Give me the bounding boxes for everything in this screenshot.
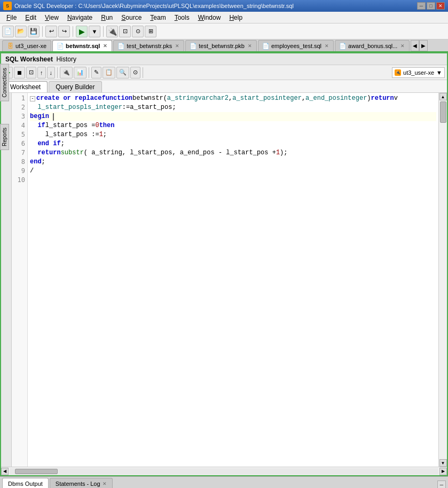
menu-team[interactable]: Team <box>146 13 170 22</box>
window-controls[interactable]: ─ □ ✕ <box>417 2 445 10</box>
menu-bar: File Edit View Navigate Run Source Team … <box>0 12 448 23</box>
menu-view[interactable]: View <box>41 13 63 22</box>
undo-button[interactable]: ↩ <box>45 26 57 37</box>
ws-sep-1 <box>57 67 58 78</box>
scroll-down-button[interactable]: ▼ <box>439 459 447 467</box>
main-toolbar: 📄 📂 💾 ↩ ↪ ▶ ▼ 🔌 ⊡ ⊙ ⊞ <box>0 23 448 40</box>
line-num-3: 3 <box>12 112 27 121</box>
window-title: Oracle SQL Developer : C:\Users\Jacek\Ru… <box>14 3 417 9</box>
line-num-8: 8 <box>12 158 27 167</box>
connection-label: ut3_user-xe <box>403 69 434 76</box>
h-scroll-track[interactable] <box>10 468 438 475</box>
h-scroll-right[interactable]: ▶ <box>439 468 447 475</box>
tab-test-pkb-label: test_betwnstr.pkb <box>199 43 245 49</box>
tab-test-pks[interactable]: 📄 test_betwnstr.pks ✕ <box>113 40 184 51</box>
scroll-thumb[interactable] <box>440 101 446 123</box>
tab-employees-close[interactable]: ✕ <box>325 43 329 49</box>
sub-tab-querybuilder[interactable]: Query Builder <box>49 81 101 92</box>
menu-run[interactable]: Run <box>97 13 117 22</box>
tab-betwnstr-close[interactable]: ✕ <box>103 43 107 49</box>
bottom-tab-dbms[interactable]: Dbms Output <box>2 478 49 488</box>
code-line-5: l_start_pos := 1; <box>30 130 436 139</box>
maximize-button[interactable]: □ <box>427 2 435 10</box>
ws-connection-area: 🔌 ut3_user-xe ▼ <box>392 67 445 78</box>
sub-tab-worksheet[interactable]: Worksheet <box>3 81 48 92</box>
toolbar-sep-3 <box>103 26 104 37</box>
db-connect-button[interactable]: 🔌 <box>106 26 118 37</box>
fold-icon-1[interactable]: - <box>30 96 35 101</box>
tab-test-pks-close[interactable]: ✕ <box>175 43 179 49</box>
menu-window[interactable]: Window <box>194 13 225 22</box>
ws-autotrace-button[interactable]: ⊙ <box>130 67 140 78</box>
connection-selector[interactable]: 🔌 ut3_user-xe ▼ <box>392 67 445 78</box>
sql-icon4: 📄 <box>263 43 269 49</box>
tab-scroll-left[interactable]: ◀ <box>411 40 419 51</box>
run-dropdown-button[interactable]: ▼ <box>89 26 100 37</box>
ws-history-button[interactable]: 📋 <box>103 67 115 78</box>
line-num-7: 7 <box>12 148 27 158</box>
menu-tools[interactable]: Tools <box>170 13 194 22</box>
sql-icon3: 📄 <box>190 43 197 49</box>
ws-sep-3 <box>143 67 143 78</box>
tab-betwnstr[interactable]: 📄 betwnstr.sql ✕ <box>52 40 112 51</box>
ws-format-button[interactable]: ✎ <box>91 67 101 78</box>
dbms-tab-label: Dbms Output <box>8 481 43 487</box>
tab-ut3-user[interactable]: 🗄 ut3_user-xe <box>2 40 51 51</box>
bottom-tab-statements[interactable]: Statements - Log ✕ <box>50 478 113 488</box>
worksheet-header: SQL Worksheet History <box>1 53 447 65</box>
minimize-button[interactable]: ─ <box>417 2 426 10</box>
h-scroll-left[interactable]: ◀ <box>1 468 9 475</box>
redo-button[interactable]: ↪ <box>58 26 70 37</box>
tab-test-pkb-close[interactable]: ✕ <box>248 43 252 49</box>
menu-source[interactable]: Source <box>117 13 146 22</box>
run-button[interactable]: ▶ <box>76 26 88 37</box>
db-button4[interactable]: ⊞ <box>145 26 156 37</box>
menu-navigate[interactable]: Navigate <box>63 13 97 22</box>
code-line-10 <box>30 176 436 185</box>
tab-scroll-right[interactable]: ▶ <box>419 40 428 51</box>
menu-file[interactable]: File <box>2 13 21 22</box>
line-numbers: 1 2 3 4 5 6 7 8 9 10 <box>12 93 28 467</box>
history-label[interactable]: History <box>57 56 76 63</box>
app-icon: S <box>3 2 12 10</box>
run-buttons: ▶ ▼ <box>76 26 100 37</box>
horizontal-scrollbar[interactable]: ◀ ▶ <box>1 467 447 475</box>
new-file-button[interactable]: 📄 <box>2 26 14 37</box>
tab-award-label: award_bonus.sql... <box>348 43 397 49</box>
history-buttons: ↩ ↪ <box>45 26 70 37</box>
open-file-button[interactable]: 📂 <box>15 26 27 37</box>
vertical-scrollbar[interactable]: ▲ ▼ <box>438 93 447 467</box>
reports-panel-tab[interactable]: Reports <box>0 124 9 150</box>
sql-icon5: 📄 <box>340 43 346 49</box>
ws-find-button[interactable]: 🔍 <box>116 67 129 78</box>
editor-area[interactable]: 1 2 3 4 5 6 7 8 9 10 - create or replace… <box>1 93 447 467</box>
save-button[interactable]: 💾 <box>28 26 40 37</box>
close-button[interactable]: ✕ <box>436 2 445 10</box>
statements-tab-close[interactable]: ✕ <box>103 481 107 486</box>
ws-explain-button[interactable]: 📊 <box>74 67 87 78</box>
sql-icon2: 📄 <box>118 43 124 49</box>
scroll-up-button[interactable]: ▲ <box>439 93 447 100</box>
menu-help[interactable]: Help <box>225 13 247 22</box>
tab-test-pkb[interactable]: 📄 test_betwnstr.pkb ✕ <box>185 40 257 51</box>
h-scroll-thumb[interactable] <box>15 469 58 474</box>
code-editor[interactable]: - create or replace function betwnstr( a… <box>28 93 438 467</box>
ws-stop-button[interactable]: ⏹ <box>14 67 25 78</box>
bottom-minimize[interactable]: ─ <box>437 481 446 488</box>
db-button3[interactable]: ⊙ <box>132 26 144 37</box>
ws-run-script-button[interactable]: ⊡ <box>26 67 36 78</box>
tab-award[interactable]: 📄 award_bonus.sql... ✕ <box>335 40 410 51</box>
ws-rollback-button[interactable]: ↓ <box>47 67 56 78</box>
db-button2[interactable]: ⊡ <box>119 26 131 37</box>
sql-icon: 📄 <box>57 43 64 49</box>
menu-edit[interactable]: Edit <box>21 13 41 22</box>
line-num-1: 1 <box>12 94 27 103</box>
conn-dropdown-arrow[interactable]: ▼ <box>436 69 442 76</box>
ws-commit-button[interactable]: ↑ <box>37 67 46 78</box>
ws-connect-button[interactable]: 🔌 <box>60 67 73 78</box>
toolbar-sep-1 <box>42 26 43 37</box>
code-line-6: end if; <box>30 139 436 148</box>
connections-panel-tab[interactable]: Connections <box>0 64 9 101</box>
tab-award-close[interactable]: ✕ <box>400 43 405 49</box>
tab-employees[interactable]: 📄 employees_test.sql ✕ <box>258 40 334 51</box>
